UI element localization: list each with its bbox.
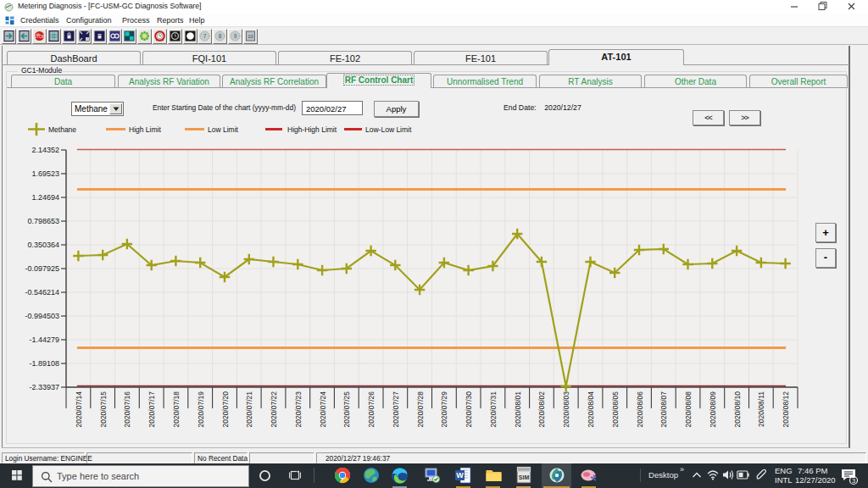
svg-text:2020/08/01: 2020/08/01: [514, 391, 522, 428]
svg-text:2020/08/09: 2020/08/09: [709, 391, 717, 428]
svg-text:2020/08/02: 2020/08/02: [537, 391, 546, 428]
svg-text:2020/07/23: 2020/07/23: [294, 391, 303, 428]
svg-text:1.69523: 1.69523: [31, 169, 59, 178]
svg-text:-0.994503: -0.994503: [25, 312, 59, 320]
svg-text:0.798653: 0.798653: [27, 217, 59, 225]
svg-text:-2.33937: -2.33937: [29, 383, 59, 391]
svg-text:2020/07/25: 2020/07/25: [342, 391, 351, 428]
svg-text:2020/07/22: 2020/07/22: [270, 391, 278, 428]
svg-text:2020/07/17: 2020/07/17: [147, 391, 156, 428]
svg-text:-0.546214: -0.546214: [25, 288, 59, 297]
svg-text:1.24694: 1.24694: [31, 193, 59, 202]
svg-text:-0.097925: -0.097925: [25, 264, 59, 273]
svg-text:2020/08/04: 2020/08/04: [587, 391, 595, 428]
svg-text:2020/07/16: 2020/07/16: [123, 391, 131, 428]
svg-text:2020/08/08: 2020/08/08: [684, 391, 693, 428]
svg-text:0.350364: 0.350364: [27, 241, 59, 249]
svg-text:W: W: [456, 471, 464, 480]
svg-text:2020/08/06: 2020/08/06: [636, 391, 644, 428]
svg-text:2020/07/20: 2020/07/20: [221, 391, 230, 428]
svg-text:2020/08/12: 2020/08/12: [782, 391, 790, 428]
svg-text:SIM: SIM: [519, 474, 530, 480]
svg-text:2020/07/26: 2020/07/26: [367, 391, 376, 428]
svg-text:2020/07/15: 2020/07/15: [99, 391, 108, 428]
svg-text:2020/07/31: 2020/07/31: [489, 391, 498, 428]
svg-text:2020/07/28: 2020/07/28: [416, 391, 425, 428]
svg-text:2020/08/07: 2020/08/07: [659, 391, 668, 428]
svg-text:2.14352: 2.14352: [31, 146, 59, 154]
svg-text:2020/08/10: 2020/08/10: [733, 391, 742, 428]
svg-text:2020/07/21: 2020/07/21: [245, 391, 253, 428]
svg-text:2020/07/29: 2020/07/29: [440, 391, 448, 428]
svg-text:2020/07/27: 2020/07/27: [392, 391, 400, 428]
svg-text:2020/08/03: 2020/08/03: [562, 391, 570, 428]
svg-text:3: 3: [852, 477, 855, 485]
svg-text:2020/08/11: 2020/08/11: [757, 391, 765, 427]
svg-text:2020/07/19: 2020/07/19: [197, 391, 205, 428]
svg-text:2020/07/14: 2020/07/14: [75, 391, 83, 428]
svg-text:2020/07/18: 2020/07/18: [172, 391, 181, 428]
svg-text:2020/07/24: 2020/07/24: [319, 391, 327, 428]
svg-text:2020/07/30: 2020/07/30: [465, 391, 473, 428]
svg-text:-1.89108: -1.89108: [29, 359, 59, 368]
svg-text:-1.44279: -1.44279: [29, 336, 59, 344]
svg-text:2020/08/05: 2020/08/05: [611, 391, 620, 428]
